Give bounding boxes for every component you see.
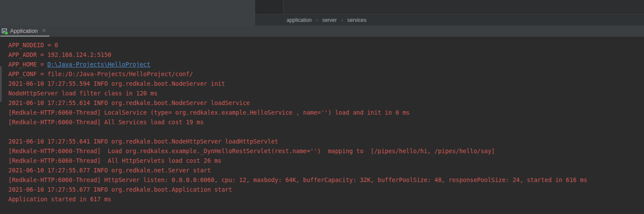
console-line: APP_ADDR = 192.168.124.2:5150: [8, 50, 644, 60]
console-line: [Redkale-HTTP:6060-Thread] All Services …: [8, 117, 644, 127]
breadcrumb-item-server[interactable]: server: [322, 17, 336, 23]
active-tab-underline: [0, 35, 49, 37]
scrollbar-thumb[interactable]: [0, 66, 2, 102]
console-output[interactable]: APP_NODEID = 0APP_ADDR = 192.168.124.2:5…: [0, 37, 644, 214]
console-line: APP_HOME = D:\Java-Projects\HelloProject: [8, 60, 644, 69]
console-line: 2021-06-10 17:27:55.641 INFO org.redkale…: [8, 137, 644, 146]
breadcrumb-item-services[interactable]: services: [347, 17, 367, 23]
console-line: Application started in 617 ms: [8, 194, 644, 204]
editor-pane-left: [0, 0, 255, 25]
console-line: APP_NODEID = 0: [8, 40, 644, 50]
console-line: 2021-06-10 17:27:55.677 INFO org.redkale…: [8, 165, 644, 175]
running-indicator-icon: [4, 31, 8, 35]
console-line: 2021-06-10 17:27:55.614 INFO org.redkale…: [8, 98, 644, 108]
breadcrumb-separator: ›: [341, 17, 343, 23]
editor-pane-segment: [255, 0, 283, 14]
breadcrumb: application›server›services: [255, 14, 644, 25]
console-line: [8, 127, 644, 137]
pane-divider: [283, 0, 284, 14]
console-icon: [1, 28, 8, 34]
console-line: [Redkale-HTTP:6060-Thread] HttpServer li…: [8, 175, 644, 185]
tab-label: Application: [10, 28, 38, 34]
console-line: NodeHttpServer load filter class in 120 …: [8, 88, 644, 98]
console-line: [Redkale-HTTP:6060-Thread] All HttpServl…: [8, 156, 644, 165]
breadcrumb-item-application[interactable]: application: [287, 17, 312, 23]
console-file-link[interactable]: D:\Java-Projects\HelloProject: [47, 61, 150, 68]
breadcrumb-separator: ›: [316, 17, 318, 23]
console-line: 2021-06-10 17:27:55.594 INFO org.redkale…: [8, 79, 644, 88]
console-line: APP_CONF = file:/D:/Java-Projects/HelloP…: [8, 69, 644, 79]
console-line: [Redkale-HTTP:6060-Thread] Load org.redk…: [8, 146, 644, 156]
tab-application[interactable]: Application ✕: [0, 25, 49, 36]
editor-pane: [255, 0, 644, 14]
console-line: [Redkale-HTTP:6060-Thread] LocalService …: [8, 108, 644, 117]
console-line: 2021-06-10 17:27:55.677 INFO org.redkale…: [8, 185, 644, 194]
console-tab-bar: Application ✕: [0, 25, 644, 37]
console-text: APP_HOME =: [8, 61, 47, 68]
close-icon[interactable]: ✕: [42, 28, 46, 33]
